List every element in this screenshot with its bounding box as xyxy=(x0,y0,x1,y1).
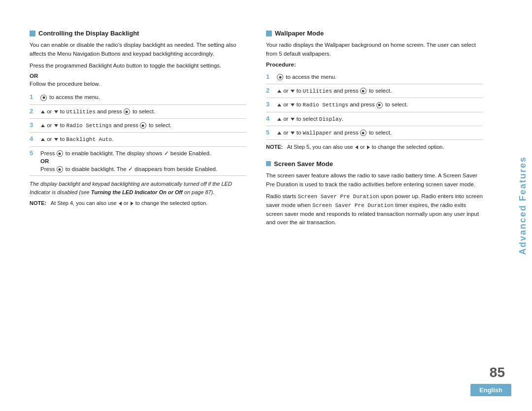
arrow-down-s3 xyxy=(54,124,58,127)
ok-icon-s3 xyxy=(140,122,146,129)
step-3: 3 or to Radio Settings and press to sele… xyxy=(30,119,246,133)
wallpaper-body1: Your radio displays the Wallpaper backgr… xyxy=(266,41,483,59)
arrow-up-s4 xyxy=(41,138,45,141)
italic-note: The display backlight and keypad backlig… xyxy=(30,180,246,196)
procedure-label: Procedure: xyxy=(266,62,483,68)
w-step-2: 2 or to Utilities and press to select. xyxy=(266,84,483,98)
wallpaper-title: Wallpaper Mode xyxy=(275,30,324,37)
arr-up-w4 xyxy=(277,118,281,121)
wallpaper-icon xyxy=(266,31,272,36)
arrow-down-s4 xyxy=(54,138,58,141)
ok-icon-s2 xyxy=(124,108,130,115)
menu-icon-w1 xyxy=(277,74,283,80)
arr-up-w2 xyxy=(277,90,281,93)
screensaver-icon xyxy=(266,161,271,166)
advanced-features-label: Advanced Features xyxy=(518,156,528,255)
step1-text: to access the menu. xyxy=(49,94,100,100)
section1-or1: OR xyxy=(30,73,246,79)
ok-icon-s5b xyxy=(57,166,63,172)
arr-up-w3 xyxy=(277,103,281,106)
step-5: 5 Press to enable backlight. The display… xyxy=(30,147,246,176)
section1-title: Controlling the Display Backlight xyxy=(38,30,139,37)
section-divider xyxy=(266,151,483,160)
arr-down-w2 xyxy=(291,90,295,93)
main-content: Controlling the Display Backlight You ca… xyxy=(30,30,502,381)
screensaver-title: Screen Saver Mode xyxy=(274,160,333,168)
w-step-3: 3 or to Radio Settings and press to sele… xyxy=(266,98,483,112)
screensaver-body1: The screen saver feature allows the radi… xyxy=(266,171,483,189)
arrow-down-s2 xyxy=(54,110,58,113)
step-2: 2 or to Utilities and press to select. xyxy=(30,105,246,119)
arr-left-note xyxy=(119,202,122,206)
w-step1-text: to access the menu. xyxy=(286,74,336,80)
step-4: 4 or to Backlight Auto. xyxy=(30,133,246,146)
arr-right-note xyxy=(131,202,133,206)
arrow-up-s3 xyxy=(41,124,45,127)
section-screensaver-heading: Screen Saver Mode xyxy=(266,160,483,168)
section1-icon xyxy=(30,31,35,36)
arr-up-w5 xyxy=(277,132,281,135)
page-container: Controlling the Display Backlight You ca… xyxy=(0,0,532,411)
arr-right-note-r xyxy=(367,145,370,149)
note-line-right: NOTE: At Step 5, you can also use or to … xyxy=(266,143,483,151)
section1-heading: Controlling the Display Backlight xyxy=(30,30,246,37)
english-badge: English xyxy=(470,384,511,396)
section1-body2: Press the programmed Backlight Auto butt… xyxy=(30,62,246,70)
ok-icon-w5 xyxy=(360,130,366,136)
section1-steps: 1 to access the menu. 2 or to Utilities … xyxy=(30,91,246,176)
ok-icon-s5a xyxy=(57,150,63,157)
arr-down-w5 xyxy=(291,132,295,135)
w-step-5: 5 or to Wallpaper and press to select. xyxy=(266,126,483,140)
note-line-left: NOTE: At Step 4, you can also use or to … xyxy=(30,199,246,207)
ok-icon-w3 xyxy=(376,102,383,108)
right-column: Wallpaper Mode Your radio displays the W… xyxy=(266,30,483,381)
w-step-1: 1 to access the menu. xyxy=(266,70,483,84)
wallpaper-steps: 1 to access the menu. 2 or to Utilities … xyxy=(266,70,483,140)
arr-down-w3 xyxy=(291,103,295,106)
section-wallpaper-heading: Wallpaper Mode xyxy=(266,30,483,37)
menu-icon-s1 xyxy=(40,95,47,101)
step-1: 1 to access the menu. xyxy=(30,91,246,104)
section1-body1: You can enable or disable the radio's di… xyxy=(30,41,246,59)
screensaver-body2: Radio starts Screen Saver Pre Duration u… xyxy=(266,192,483,228)
page-number: 85 xyxy=(490,365,505,380)
arr-down-w4 xyxy=(291,118,295,121)
w-step-4: 4 or to select Display. xyxy=(266,112,483,126)
ok-icon-w2 xyxy=(360,88,366,94)
side-label: Advanced Features xyxy=(513,0,532,411)
left-column: Controlling the Display Backlight You ca… xyxy=(30,30,246,381)
section1-body3: Follow the procedure below. xyxy=(30,81,246,87)
arr-left-note-r xyxy=(355,145,358,149)
arrow-up-s2 xyxy=(41,110,45,113)
